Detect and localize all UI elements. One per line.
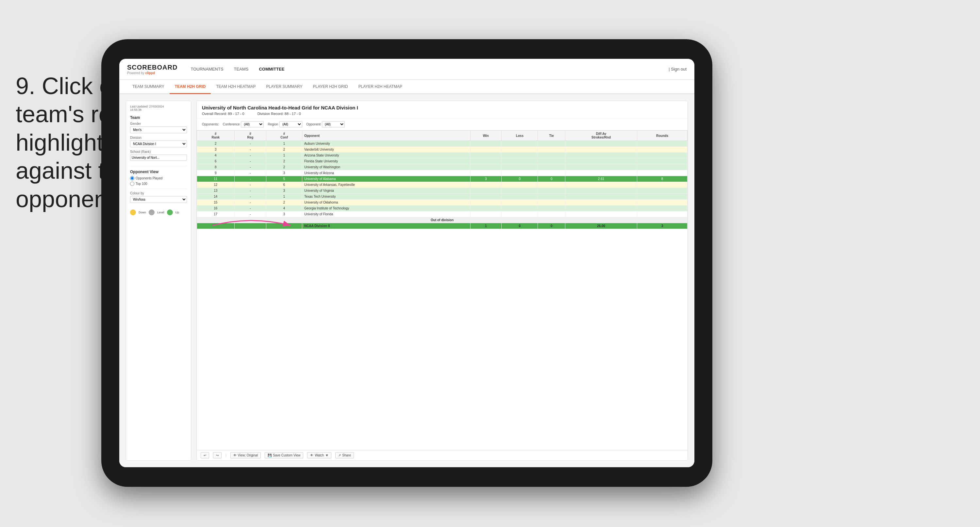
- gender-select[interactable]: Men's: [130, 126, 187, 133]
- table-cell: 0: [538, 176, 565, 182]
- table-cell: [538, 205, 565, 212]
- table-row[interactable]: 3-2Vanderbilt University: [197, 147, 687, 153]
- table-cell: 17: [197, 212, 235, 217]
- table-row[interactable]: 9-3University of Arizona: [197, 170, 687, 176]
- table-cell: [501, 194, 538, 200]
- col-diff: Diff AvStrokes/Rnd: [565, 131, 637, 141]
- table-row[interactable]: 11-5University of Alabama3002.618: [197, 176, 687, 182]
- school-input[interactable]: [130, 154, 187, 161]
- table-header-row: #Rank #Reg #Conf Opponent Win Loss Tie D…: [197, 131, 687, 141]
- opponent-select[interactable]: (All): [322, 121, 345, 127]
- tab-team-h2h-grid[interactable]: TEAM H2H GRID: [170, 80, 211, 94]
- table-cell: -: [234, 170, 266, 176]
- colour-by-select[interactable]: Win/loss: [130, 196, 187, 203]
- conference-select[interactable]: (All): [241, 121, 264, 127]
- colour-by-label: Colour by: [130, 191, 187, 195]
- tab-player-summary[interactable]: PLAYER SUMMARY: [261, 80, 308, 94]
- ood-cell: [266, 223, 302, 229]
- table-cell: -: [234, 153, 266, 158]
- tab-player-h2h-heatmap[interactable]: PLAYER H2H HEATMAP: [353, 80, 407, 94]
- table-cell: [470, 212, 501, 217]
- table-cell: [637, 153, 687, 158]
- out-of-division-row[interactable]: NCAA Division II10026.003: [197, 223, 687, 229]
- table-cell: 5: [266, 176, 302, 182]
- legend-down-label: Down: [138, 211, 146, 214]
- undo-btn[interactable]: ↩: [200, 452, 209, 459]
- table-cell: 9: [197, 170, 235, 176]
- ood-cell: NCAA Division II: [302, 223, 470, 229]
- table-cell: [637, 205, 687, 212]
- main-content: Last Updated: 27/03/2024 16:55:38 Team G…: [119, 94, 694, 467]
- table-row[interactable]: 17-3University of Florida: [197, 212, 687, 217]
- nav-teams[interactable]: TEAMS: [234, 65, 249, 73]
- share-btn[interactable]: ↗ Share: [335, 452, 354, 459]
- sub-nav: TEAM SUMMARY TEAM H2H GRID TEAM H2H HEAT…: [119, 80, 694, 94]
- nav-tournaments[interactable]: TOURNAMENTS: [191, 65, 223, 73]
- table-row[interactable]: 8-2University of Washington: [197, 164, 687, 170]
- redo-btn[interactable]: ↪: [213, 452, 221, 459]
- opponents-filter-label: Opponents:: [202, 123, 219, 126]
- table-cell: [565, 170, 637, 176]
- tab-player-h2h-grid[interactable]: PLAYER H2H GRID: [308, 80, 353, 94]
- table-cell: [501, 158, 538, 164]
- table-row[interactable]: 13-3University of Virginia: [197, 188, 687, 194]
- watch-btn[interactable]: 👁 Watch ▼: [307, 452, 331, 459]
- table-cell: Auburn University: [302, 141, 470, 147]
- table-cell: [470, 205, 501, 212]
- left-panel: Last Updated: 27/03/2024 16:55:38 Team G…: [126, 100, 191, 461]
- table-cell: [565, 194, 637, 200]
- table-cell: [565, 182, 637, 188]
- table-cell: -: [234, 164, 266, 170]
- table-cell: [538, 212, 565, 217]
- opponent-filter-label: Opponent: [306, 123, 321, 126]
- table-cell: [565, 147, 637, 153]
- view-original-btn[interactable]: 👁 View: Original: [231, 452, 261, 459]
- table-cell: 2.61: [565, 176, 637, 182]
- table-cell: 11: [197, 176, 235, 182]
- tab-team-summary[interactable]: TEAM SUMMARY: [127, 80, 170, 94]
- table-cell: [470, 147, 501, 153]
- region-select[interactable]: (All): [279, 121, 302, 127]
- conference-label: Conference: [223, 123, 240, 126]
- table-cell: 15: [197, 200, 235, 205]
- division-select[interactable]: NCAA Division I: [130, 140, 187, 147]
- grid-title: University of North Carolina Head-to-Hea…: [202, 105, 682, 110]
- ood-cell: [197, 223, 235, 229]
- table-row[interactable]: 6-2Florida State University: [197, 158, 687, 164]
- table-cell: [470, 153, 501, 158]
- table-cell: 1: [266, 153, 302, 158]
- radio-opponents-played[interactable]: Opponents Played: [130, 176, 187, 180]
- table-cell: [501, 205, 538, 212]
- table-cell: 2: [266, 158, 302, 164]
- col-loss: Loss: [501, 131, 538, 141]
- col-conf: #Conf: [266, 131, 302, 141]
- table-row[interactable]: 12-6University of Arkansas, Fayetteville: [197, 182, 687, 188]
- save-custom-btn[interactable]: 💾 Save Custom View: [265, 452, 303, 459]
- table-row[interactable]: 2-1Auburn University: [197, 141, 687, 147]
- table-cell: [565, 205, 637, 212]
- table-cell: [538, 188, 565, 194]
- table-row[interactable]: 15-2University of Oklahoma: [197, 200, 687, 205]
- table-cell: [470, 164, 501, 170]
- table-cell: 4: [266, 205, 302, 212]
- grid-toolbar: ↩ ↪ | 👁 View: Original 💾 Save Custom Vie…: [197, 450, 687, 460]
- table-row[interactable]: 4-1Arizona State University: [197, 153, 687, 158]
- col-reg: #Reg: [234, 131, 266, 141]
- table-cell: University of Florida: [302, 212, 470, 217]
- col-rank: #Rank: [197, 131, 235, 141]
- grid-table: #Rank #Reg #Conf Opponent Win Loss Tie D…: [197, 131, 687, 229]
- tab-team-h2h-heatmap[interactable]: TEAM H2H HEATMAP: [211, 80, 261, 94]
- nav-committee[interactable]: COMMITTEE: [259, 65, 284, 73]
- region-label: Region: [267, 123, 278, 126]
- table-row[interactable]: 16-4Georgia Institute of Technology: [197, 205, 687, 212]
- table-cell: University of Washington: [302, 164, 470, 170]
- table-cell: [637, 212, 687, 217]
- table-cell: -: [234, 176, 266, 182]
- table-cell: [637, 170, 687, 176]
- table-cell: Arizona State University: [302, 153, 470, 158]
- table-cell: 3: [197, 147, 235, 153]
- table-row[interactable]: 14-1Texas Tech University: [197, 194, 687, 200]
- sign-out-link[interactable]: | Sign out: [668, 67, 687, 72]
- radio-top100[interactable]: Top 100: [130, 182, 187, 186]
- grid-filters: Opponents: Conference (All) Region (All): [197, 119, 687, 131]
